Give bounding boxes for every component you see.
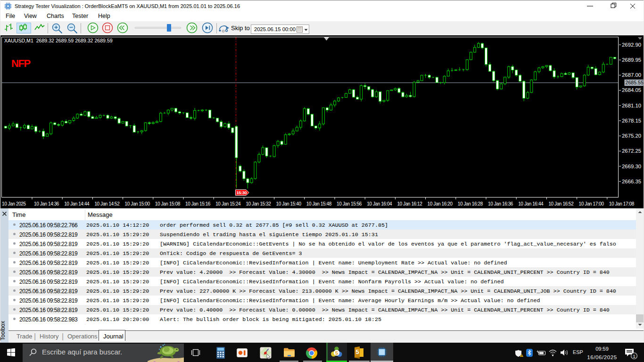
- svg-text:10 Jan 16:12: 10 Jan 16:12: [397, 201, 422, 206]
- svg-text:2675.20: 2675.20: [622, 133, 641, 139]
- svg-text:2681.10: 2681.10: [622, 103, 641, 108]
- svg-text:2669.30: 2669.30: [622, 164, 641, 169]
- svg-text:10 Jan 16:20: 10 Jan 16:20: [428, 201, 453, 206]
- svg-text:10 Jan 17:08: 10 Jan 17:08: [609, 201, 635, 206]
- svg-text:10 Jan 16:36: 10 Jan 16:36: [488, 201, 513, 206]
- svg-text:10 Jan 15:56: 10 Jan 15:56: [337, 201, 362, 206]
- svg-text:10 Jan 15:00: 10 Jan 15:00: [125, 201, 150, 206]
- svg-text:2666.35: 2666.35: [622, 179, 641, 184]
- svg-text:2672.25: 2672.25: [622, 148, 641, 154]
- svg-text:10 Jan 15:24: 10 Jan 15:24: [215, 201, 241, 206]
- svg-text:10 Jan 15:40: 10 Jan 15:40: [276, 201, 302, 206]
- svg-text:10 Jan 14:36: 10 Jan 14:36: [34, 201, 59, 206]
- svg-text:10 Jan 15:32: 10 Jan 15:32: [246, 201, 271, 206]
- svg-text:10 Jan 2025: 10 Jan 2025: [2, 201, 26, 206]
- svg-text:15:30: 15:30: [236, 190, 247, 195]
- svg-text:10 Jan 15:16: 10 Jan 15:16: [185, 201, 211, 206]
- svg-text:5: 5: [335, 350, 338, 356]
- svg-text:10 Jan 16:44: 10 Jan 16:44: [518, 201, 544, 206]
- svg-text:10 Jan 17:00: 10 Jan 17:00: [579, 201, 604, 206]
- svg-text:XAUUSD,M1 2689.32 2689.59 268: XAUUSD,M1 2689.32 2689.59 2689.32 2689.5…: [4, 38, 113, 43]
- svg-text:1: 1: [633, 354, 635, 359]
- svg-text:5: 5: [355, 348, 359, 355]
- svg-text:2687.00: 2687.00: [622, 72, 641, 78]
- svg-text:2692.90: 2692.90: [622, 42, 641, 48]
- svg-text:2678.15: 2678.15: [622, 118, 641, 123]
- svg-text:10 Jan 14:52: 10 Jan 14:52: [94, 201, 120, 206]
- svg-text:NFP: NFP: [11, 58, 31, 69]
- svg-text:10 Jan 16:52: 10 Jan 16:52: [548, 201, 574, 206]
- svg-text:2689.95: 2689.95: [622, 57, 641, 63]
- svg-text:2685.55: 2685.55: [626, 80, 644, 85]
- svg-text:2684.05: 2684.05: [622, 87, 641, 93]
- svg-text:10 Jan 14:44: 10 Jan 14:44: [64, 201, 90, 206]
- svg-text:10 Jan 15:08: 10 Jan 15:08: [155, 201, 181, 206]
- svg-text:10 Jan 15:48: 10 Jan 15:48: [306, 201, 332, 206]
- svg-text:10 Jan 16:28: 10 Jan 16:28: [458, 201, 483, 206]
- svg-text:10 Jan 16:04: 10 Jan 16:04: [367, 201, 392, 206]
